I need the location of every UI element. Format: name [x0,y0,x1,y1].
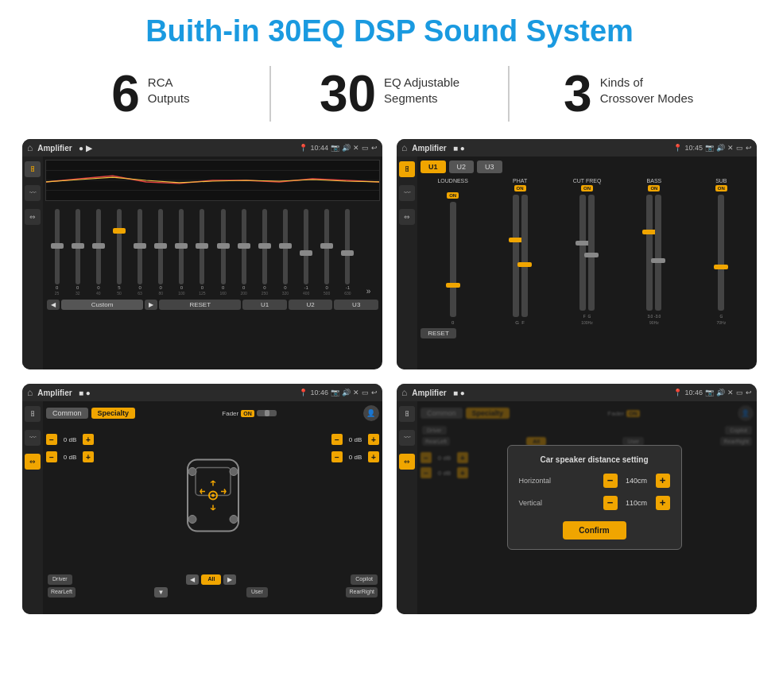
cross-col-loudness: LOUDNESS ON 0 [421,178,485,325]
db-minus-tl[interactable]: − [46,434,57,445]
dialog-horizontal-plus[interactable]: + [656,474,670,488]
eq-slider-500[interactable]: 0500 [317,209,337,296]
db-plus-tl[interactable]: + [83,434,94,445]
eq-slider-125[interactable]: 0125 [192,209,212,296]
label-rearleft[interactable]: RearLeft [48,587,76,598]
app-title-2: Amplifier ■ ● [412,144,673,153]
stat-rca: 6 RCAOutputs [48,68,254,119]
db-minus-bl[interactable]: − [46,451,57,462]
eq-side-icon-3[interactable]: ⇔ [25,209,41,225]
stat-label-eq: EQ AdjustableSegments [384,68,459,106]
eq-custom-btn[interactable]: Custom [61,300,143,310]
spec-side-icon-3[interactable]: ⇔ [25,454,41,470]
specialty-tab-btn[interactable]: Specialty [91,408,136,419]
eq-slider-32[interactable]: 032 [68,209,87,296]
dialog-horizontal-value: 140cm [622,477,652,485]
stat-number-30: 30 [320,68,376,119]
label-down-arrow[interactable]: ▼ [154,587,169,598]
home-icon-3[interactable]: ⌂ [27,387,33,398]
status-icons-3: 📍10:46📷🔊✕▭↩ [299,389,378,396]
cross-reset-btn[interactable]: RESET [421,328,456,338]
dialog-vertical-label: Vertical [519,499,567,507]
loudness-on-badge[interactable]: ON [447,192,459,199]
label-all[interactable]: All [201,574,221,585]
cross-col-cutfreq: CUT FREQ ON F G 100Hz [555,178,619,325]
label-left-arrow[interactable]: ◀ [186,574,199,585]
eq-slider-200[interactable]: 0200 [234,209,254,296]
eq-slider-80[interactable]: 080 [151,209,171,296]
statusbar-3: ⌂ Amplifier ■ ● 📍10:46📷🔊✕▭↩ [22,384,382,401]
dialog-vertical-row: Vertical − 110cm + [519,496,670,510]
eq-side-icon-1[interactable]: 🎚 [25,161,41,177]
db-minus-br[interactable]: − [331,451,343,462]
svg-point-10 [230,515,238,523]
eq-slider-50[interactable]: 550 [109,209,129,296]
cross-col-bass: BASS ON 3.0 -3.0 90Hz [622,178,686,325]
eq-u1-btn[interactable]: U1 [242,300,287,310]
spec-side-icon-2[interactable]: 〰 [25,430,41,446]
eq-slider-40[interactable]: 040 [88,209,108,296]
bass-on-badge[interactable]: ON [648,185,660,191]
eq-next-btn[interactable]: ▶ [145,300,157,310]
eq-u2-btn[interactable]: U2 [289,300,333,310]
db-minus-tr[interactable]: − [331,434,343,445]
screen-eq: ⌂ Amplifier ● ▶ 📍10:44📷🔊✕▭↩ 🎚 〰 ⇔ [22,139,382,369]
fader-on-badge[interactable]: ON [241,410,254,417]
label-rearright[interactable]: RearRight [346,587,378,598]
db-plus-tr[interactable]: + [368,434,379,445]
dialog-side-icon-1[interactable]: 🎚 [399,406,415,422]
home-icon-2[interactable]: ⌂ [401,142,407,153]
eq-graph [45,160,380,201]
eq-u3-btn[interactable]: U3 [334,300,378,310]
eq-side-icon-2[interactable]: 〰 [25,185,41,201]
eq-slider-63[interactable]: 063 [130,209,150,296]
phat-on-badge[interactable]: ON [514,185,526,191]
common-tab-btn[interactable]: Common [46,408,88,419]
preset-u2-btn[interactable]: U2 [449,160,475,173]
preset-u1-btn[interactable]: U1 [421,160,446,173]
db-plus-bl[interactable]: + [83,451,94,462]
dialog-vertical-value: 110cm [622,499,652,507]
cutfreq-on-badge[interactable]: ON [581,185,593,191]
status-icons-1: 📍10:44📷🔊✕▭↩ [299,144,378,152]
label-right-arrow[interactable]: ▶ [223,574,236,585]
dialog-vertical-plus[interactable]: + [656,496,670,510]
eq-slider-400[interactable]: -1400 [296,209,316,296]
statusbar-1: ⌂ Amplifier ● ▶ 📍10:44📷🔊✕▭↩ [22,139,382,157]
app-title-1: Amplifier ● ▶ [37,144,299,153]
label-user[interactable]: User [246,587,268,598]
svg-point-9 [188,515,196,523]
status-icons-4: 📍10:46📷🔊✕▭↩ [673,389,752,396]
eq-slider-100[interactable]: 0100 [172,209,192,296]
dialog-side-icon-2[interactable]: 〰 [399,430,415,446]
spec-side-icon-1[interactable]: 🎚 [25,406,41,422]
stat-number-3: 3 [564,68,592,119]
cross-side-icon-2[interactable]: 〰 [399,185,415,201]
stat-divider-1 [269,66,271,122]
eq-reset-btn[interactable]: RESET [159,300,241,310]
eq-slider-160[interactable]: 0160 [213,209,233,296]
screens-grid: ⌂ Amplifier ● ▶ 📍10:44📷🔊✕▭↩ 🎚 〰 ⇔ [0,134,779,622]
db-plus-br[interactable]: + [368,451,379,462]
dialog-side-icon-3[interactable]: ⇔ [399,454,415,470]
eq-prev-btn[interactable]: ◀ [47,300,60,310]
preset-u3-btn[interactable]: U3 [477,160,502,173]
eq-expand-btn[interactable]: » [358,287,378,296]
home-icon-1[interactable]: ⌂ [27,142,33,153]
svg-point-8 [230,467,238,475]
eq-slider-320[interactable]: 0320 [275,209,295,296]
app-title-3: Amplifier ■ ● [37,389,299,397]
specialty-avatar[interactable]: 👤 [363,405,379,421]
cross-side-icon-1[interactable]: 🎚 [399,161,415,177]
eq-slider-250[interactable]: 0250 [254,209,274,296]
dialog-vertical-minus[interactable]: − [603,496,618,510]
dialog-horizontal-minus[interactable]: − [603,474,618,488]
eq-slider-630[interactable]: -1630 [338,209,358,296]
eq-slider-25[interactable]: 025 [47,209,67,296]
cross-side-icon-3[interactable]: ⇔ [399,209,415,225]
label-copilot[interactable]: Copilot [351,574,378,585]
home-icon-4[interactable]: ⌂ [401,387,407,398]
label-driver[interactable]: Driver [48,574,72,585]
sub-on-badge[interactable]: ON [715,185,727,191]
confirm-button[interactable]: Confirm [563,521,626,540]
